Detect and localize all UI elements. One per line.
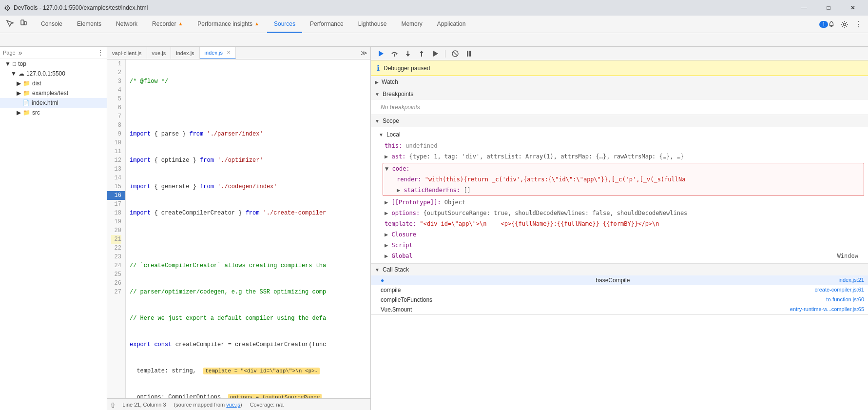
call-stack-item-compile[interactable]: compile create-compiler.js:61 [371, 285, 868, 295]
collapse-icon: ▼ [11, 70, 17, 77]
tab-lighthouse[interactable]: Lighthouse [351, 16, 394, 33]
resume-button[interactable] [375, 48, 386, 59]
code-line-13: options: CompilerOptions options = {outp… [130, 393, 366, 398]
step-over-button[interactable] [388, 48, 400, 59]
tree-menu-button[interactable]: ⋮ [97, 49, 104, 57]
tab-recorder[interactable]: Recorder ▲ [145, 16, 190, 33]
deactivate-breakpoints-button[interactable] [449, 48, 461, 59]
tree-item-dist[interactable]: ▶ 📁 dist [0, 78, 107, 88]
call-stack-header[interactable]: ▼ Call Stack [371, 264, 868, 275]
tab-application[interactable]: Application [430, 16, 473, 33]
scope-ast[interactable]: ▶ ast: {type: 1, tag: 'div', attrsList: … [383, 151, 864, 162]
notification-button[interactable]: 1 [817, 19, 837, 30]
format-icon[interactable]: {} [111, 402, 115, 408]
tab-close-icon[interactable]: ✕ [227, 50, 231, 55]
call-stack-item-basecompile[interactable]: baseCompile index.js:21 [371, 275, 868, 285]
svg-marker-5 [396, 52, 398, 55]
breakpoints-section-header[interactable]: ▼ Breakpoints [371, 88, 868, 100]
close-button[interactable]: ✕ [842, 0, 864, 16]
code-lines: /* @flow */ import { parse } from './par… [126, 59, 370, 398]
more-button[interactable]: ⋮ [852, 20, 864, 29]
scope-options[interactable]: ▶ options: {outputSourceRange: true, sho… [383, 208, 864, 218]
device-toolbar-button[interactable] [18, 18, 29, 31]
scope-code-wrapper: ▼ code: render: "with(this){return _c('d… [383, 163, 864, 196]
step-out-button[interactable] [416, 48, 427, 59]
no-breakpoints-text: No breakpoints [381, 102, 864, 113]
tree-label-src: src [32, 109, 40, 116]
titlebar: ⚙ DevTools - 127.0.0.1:5500/examples/tes… [0, 0, 868, 16]
maximize-button[interactable]: □ [817, 0, 840, 16]
watch-section-header[interactable]: ▶ Watch [371, 76, 868, 88]
code-scroll[interactable]: 12345 678910 1112131415 16 17181920 21 2… [107, 59, 370, 398]
step-into-button[interactable] [402, 48, 414, 59]
code-line-2 [130, 103, 366, 112]
devtools-icon: ⚙ [4, 3, 11, 13]
notification-badge: 1 [819, 21, 828, 28]
tree-item-server[interactable]: ▼ ☁ 127.0.0.1:5500 [0, 69, 107, 78]
editor-tab-index-js-2[interactable]: index.js ✕ [200, 47, 236, 59]
editor-nav-button[interactable]: ≫ [358, 49, 370, 57]
tab-elements[interactable]: Elements [70, 16, 108, 33]
call-stack-label: Call Stack [383, 266, 409, 273]
source-map-link[interactable]: vue.js [226, 402, 240, 408]
editor-tab-vue[interactable]: vue.js [147, 47, 172, 59]
pause-on-exceptions-button[interactable] [463, 48, 475, 59]
folder-icon: □ [13, 60, 16, 67]
tabbar-right-icons: 1 ⋮ [817, 19, 864, 30]
tree-item-examples-test[interactable]: ▶ 📁 examples/test [0, 88, 107, 98]
tab-network[interactable]: Network [109, 16, 144, 33]
code-line-12: template: string, template = "<div id=\"… [130, 367, 366, 375]
scope-code-children: render: "with(this){return _c('div',{att… [383, 174, 864, 195]
tree-item-index-html[interactable]: 📄 index.html [0, 98, 107, 108]
tree-label-index-html: index.html [32, 99, 58, 106]
breakpoints-section: ▼ Breakpoints No breakpoints [371, 88, 868, 115]
tab-performance[interactable]: Performance [303, 16, 350, 33]
window-controls: — □ ✕ [793, 0, 864, 16]
call-stack-item-compiletofunctions[interactable]: compileToFunctions to-function.js:60 [371, 295, 868, 305]
tree-item-src[interactable]: ▶ 📁 src [0, 108, 107, 117]
minimize-button[interactable]: — [793, 0, 815, 16]
code-editor: 12345 678910 1112131415 16 17181920 21 2… [107, 59, 370, 398]
inspect-element-button[interactable] [4, 18, 16, 31]
call-stack-item-vuemount[interactable]: Vue.$mount entry-runtime-w...compiler.js… [371, 305, 868, 314]
scope-arrow: ▼ [375, 118, 380, 124]
step-button[interactable] [429, 48, 441, 59]
scope-global[interactable]: ▶ Global Window [383, 251, 864, 261]
tab-performance-insights[interactable]: Performance insights ▲ [191, 16, 266, 33]
tab-memory[interactable]: Memory [394, 16, 429, 33]
tree-item-top[interactable]: ▼ □ top [0, 59, 107, 69]
code-line-11: export const createCompiler = createComp… [130, 340, 366, 349]
scope-prototype[interactable]: ▶ [[Prototype]]: Object [383, 197, 864, 208]
source-map-text: (source mapped from vue.js) [174, 402, 242, 408]
scope-closure[interactable]: ▶ Closure [383, 229, 864, 240]
scope-code-static[interactable]: ▶ staticRenderFns: [] [395, 185, 864, 195]
breakpoints-label: Breakpoints [383, 91, 413, 98]
local-subsection-header[interactable]: ▼ Local [375, 129, 864, 140]
watch-section: ▶ Watch [371, 76, 868, 88]
toolbar-separator [445, 50, 445, 58]
scope-script[interactable]: ▶ Script [383, 240, 864, 251]
coverage-text: Coverage: n/a [250, 402, 284, 408]
expand-icon: ▶ [17, 80, 21, 87]
scope-code-render: render: "with(this){return _c('div',{att… [395, 174, 864, 185]
editor-tab-vapi-client[interactable]: vapi-client.js [107, 47, 147, 59]
settings-button[interactable] [839, 19, 850, 30]
expand-icon: ▶ [17, 109, 21, 116]
editor-tab-index-js-1[interactable]: index.js [171, 47, 199, 59]
sources-body: Page » ⋮ ▼ □ top ▼ ☁ 127.0.0.1:5500 [0, 47, 868, 410]
editor-footer: {} Line 21, Column 3 (source mapped from… [107, 398, 370, 410]
cursor-position: Line 21, Column 3 [122, 402, 166, 408]
tab-console[interactable]: Console [34, 16, 69, 33]
tabbar-left-icons [4, 18, 29, 31]
svg-marker-3 [379, 51, 384, 57]
breakpoints-content: No breakpoints [371, 100, 868, 115]
code-line-7 [130, 235, 366, 244]
call-stack-arrow: ▼ [375, 267, 380, 273]
tab-sources[interactable]: Sources [267, 16, 302, 33]
local-arrow: ▼ [379, 132, 384, 137]
code-line-6: import { createCompilerCreator } from '.… [130, 209, 366, 217]
editor-area: vapi-client.js vue.js index.js index.js … [107, 47, 370, 410]
scope-section-header[interactable]: ▼ Scope [371, 115, 868, 127]
scope-code[interactable]: ▼ code: [383, 163, 864, 174]
main-area: Page » ⋮ ▼ □ top ▼ ☁ 127.0.0.1:5500 [0, 33, 868, 410]
